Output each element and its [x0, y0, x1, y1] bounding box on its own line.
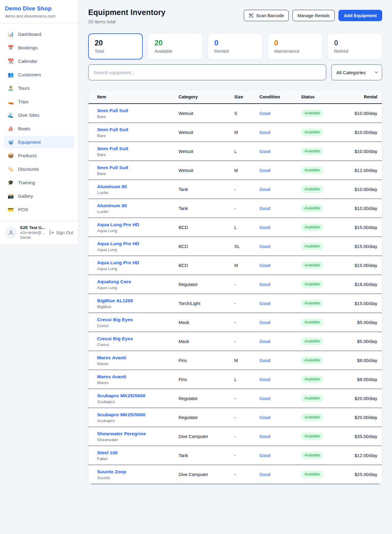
status-badge: Available [301, 261, 323, 269]
sidebar-item-label: Trips [18, 99, 28, 105]
rental-cell: $5.00/day [353, 339, 377, 344]
item-link[interactable]: Aqua Lung Pro HD [97, 241, 139, 246]
item-link[interactable]: Steel 100 [97, 450, 118, 456]
sidebar-item-customers[interactable]: 👥 Customers [4, 69, 74, 81]
item-brand: Mares [97, 361, 179, 366]
rental-cell: $12.00/day [353, 453, 377, 458]
manage-rentals-button[interactable]: Manage Rentals [292, 10, 335, 21]
sidebar-item-boats[interactable]: ⛵ Boats [4, 123, 74, 135]
item-link[interactable]: Aqualung Core [97, 279, 131, 284]
island-icon: 🏝️ [7, 86, 14, 91]
condition-link[interactable]: Good [259, 415, 270, 420]
item-brand: Bare [97, 171, 179, 176]
rental-cell: $10.00/day [353, 111, 377, 116]
item-link[interactable]: Shearwater Peregrine [97, 431, 146, 437]
condition-link[interactable]: Good [259, 244, 270, 249]
item-link[interactable]: Aqua Lung Pro HD [97, 260, 139, 265]
equipment-table: ItemCategorySizeConditionStatusRental 3m… [88, 90, 382, 484]
sidebar-item-training[interactable]: 🎓 Training [4, 177, 74, 189]
item-link[interactable]: Aluminum 80 [97, 203, 127, 208]
item-link[interactable]: 3mm Full Suit [97, 108, 128, 113]
item-link[interactable]: Scubapro MK25/S600 [97, 412, 145, 418]
size-cell: - [234, 282, 259, 287]
size-cell: S [234, 111, 259, 116]
search-input[interactable] [88, 64, 326, 80]
item-link[interactable]: Scubapro MK25/S600 [97, 393, 145, 399]
item-link[interactable]: 3mm Full Suit [97, 127, 128, 132]
status-badge: Available [301, 204, 323, 212]
sign-out-button[interactable]: Sign Out [49, 230, 73, 235]
condition-link[interactable]: Good [259, 396, 270, 401]
scan-barcode-button[interactable]: Scan Barcode [244, 10, 289, 21]
condition-link[interactable]: Good [259, 358, 270, 363]
stat-card-total[interactable]: 20 Total [88, 33, 143, 59]
condition-link[interactable]: Good [259, 187, 270, 192]
status-badge: Available [301, 223, 323, 231]
rental-cell: $15.00/day [353, 244, 377, 249]
sidebar-item-gallery[interactable]: 📸 Gallery [4, 190, 74, 202]
user-meta: E2E Test U... e2e-tester@... Owner [20, 225, 46, 240]
item-link[interactable]: BigBlue AL1200 [97, 298, 133, 303]
sidebar-item-label: Tours [18, 86, 30, 91]
condition-link[interactable]: Good [259, 339, 270, 344]
item-link[interactable]: Mares Avanti [97, 355, 126, 360]
stat-label: Available [154, 49, 196, 54]
condition-link[interactable]: Good [259, 225, 270, 230]
stat-card-rented[interactable]: 0 Rented [208, 33, 262, 59]
stat-card-available[interactable]: 20 Available [148, 33, 202, 59]
column-header-size: Size [234, 94, 259, 99]
condition-link[interactable]: Good [259, 301, 270, 306]
sidebar-item-discounts[interactable]: 🏷️ Discounts [4, 163, 74, 175]
item-link[interactable]: Cressi Big Eyes [97, 336, 133, 341]
condition-link[interactable]: Good [259, 320, 270, 325]
user-name: E2E Test U... [20, 225, 46, 230]
sidebar-item-label: Dive Sites [18, 113, 40, 118]
condition-link[interactable]: Good [259, 111, 270, 116]
condition-link[interactable]: Good [259, 206, 270, 211]
condition-link[interactable]: Good [259, 472, 270, 477]
stat-card-retired[interactable]: 0 Retired [328, 33, 382, 59]
category-select[interactable]: All Categories [331, 64, 382, 80]
sidebar-item-trips[interactable]: 🚤 Trips [4, 96, 74, 108]
sidebar-item-bookings[interactable]: 📅 Bookings [4, 42, 74, 54]
item-brand: BigBlue [97, 304, 179, 309]
item-link[interactable]: Cressi Big Eyes [97, 317, 133, 322]
item-link[interactable]: 3mm Full Suit [97, 146, 128, 151]
size-cell: M [234, 358, 259, 363]
table-row: Shearwater Peregrine Shearwater Dive Com… [89, 427, 382, 446]
sidebar-item-label: Discounts [18, 166, 39, 172]
item-link[interactable]: Aluminum 80 [97, 184, 127, 189]
sidebar-item-dashboard[interactable]: 📊 Dashboard [4, 28, 74, 40]
condition-link[interactable]: Good [259, 130, 270, 135]
item-link[interactable]: Suunto Zoop [97, 469, 126, 475]
condition-link[interactable]: Good [259, 377, 270, 382]
condition-link[interactable]: Good [259, 453, 270, 458]
sidebar-item-label: Training [18, 180, 35, 185]
item-link[interactable]: Mares Avanti [97, 374, 126, 380]
condition-link[interactable]: Good [259, 168, 270, 173]
stat-value: 0 [214, 39, 256, 47]
size-cell: - [234, 415, 259, 420]
add-equipment-button[interactable]: Add Equipment [338, 10, 382, 21]
sidebar-item-products[interactable]: 📦 Products [4, 150, 74, 162]
item-brand: Luxfer [97, 209, 179, 214]
sidebar-item-tours[interactable]: 🏝️ Tours [4, 82, 74, 94]
page-title-block: Equipment Inventory 20 items total [88, 8, 165, 24]
category-cell: Fins [179, 377, 234, 382]
item-link[interactable]: Aqua Lung Pro HD [97, 222, 139, 227]
status-badge: Available [301, 338, 323, 345]
sidebar-item-dive-sites[interactable]: 🌊 Dive Sites [4, 109, 74, 121]
sidebar-item-equipment[interactable]: 🤿 Equipment [4, 136, 74, 148]
condition-link[interactable]: Good [259, 263, 270, 268]
items-total-subtitle: 20 items total [88, 19, 165, 24]
item-link[interactable]: 5mm Full Suit [97, 165, 128, 170]
condition-link[interactable]: Good [259, 282, 270, 287]
condition-link[interactable]: Good [259, 149, 270, 154]
sidebar-nav: 📊 Dashboard 📅 Bookings 📆 Calendar 👥 Cust… [0, 23, 78, 219]
condition-link[interactable]: Good [259, 434, 270, 439]
status-badge: Available [301, 166, 323, 174]
item-brand: Aqua Lung [97, 228, 179, 233]
stat-card-maintenance[interactable]: 0 Maintenance [268, 33, 322, 59]
sidebar-item-calendar[interactable]: 📆 Calendar [4, 55, 74, 67]
sidebar-item-pos[interactable]: 💳 POS [4, 204, 74, 216]
